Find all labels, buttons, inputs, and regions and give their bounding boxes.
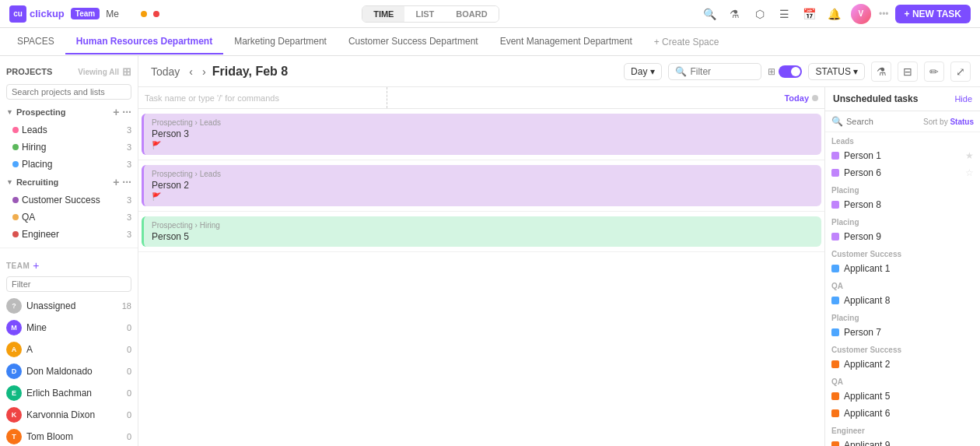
member-don-name: Don Maldonado <box>26 366 122 377</box>
task-block-person5[interactable]: Prospecting › Hiring Person 5 <box>142 216 821 247</box>
more-dots[interactable]: ••• <box>879 9 889 19</box>
u-dot-person9 <box>831 233 839 241</box>
unscheduled-hide-button[interactable]: Hide <box>954 94 972 104</box>
task-placeholder[interactable]: Task name or type '/' for commands <box>145 93 387 103</box>
main-layout: PROJECTS Viewing All ⊞ ▼ Prospecting + ·… <box>0 56 980 446</box>
projects-header[interactable]: PROJECTS Viewing All ⊞ <box>0 62 138 81</box>
search-icon[interactable]: 🔍 <box>702 5 719 23</box>
toggle-switch[interactable] <box>779 65 802 78</box>
today-nav-label[interactable]: Today <box>148 64 183 79</box>
list-icon[interactable]: ☰ <box>776 5 793 23</box>
prospecting-group[interactable]: ▼ Prospecting + ··· <box>0 103 138 121</box>
member-tom[interactable]: T Tom Bloom 0 <box>0 426 138 446</box>
u-star-person6[interactable]: ☆ <box>965 167 974 178</box>
toolbar-edit-icon[interactable]: ✏ <box>924 61 944 82</box>
sidebar-item-placing[interactable]: Placing 3 <box>0 156 138 173</box>
cs-label: Customer Success <box>22 195 124 205</box>
u-item-person6[interactable]: Person 6 ☆ <box>825 164 980 181</box>
team-add-icon[interactable]: + <box>33 259 40 272</box>
logo[interactable]: cu clickup <box>9 5 65 23</box>
sidebar-item-qa[interactable]: QA 3 <box>0 209 138 226</box>
sidebar-item-leads[interactable]: Leads 3 <box>0 121 138 139</box>
u-dot-person8 <box>831 201 839 209</box>
unscheduled-search-input[interactable] <box>846 117 923 126</box>
toolbar-filter-icon[interactable]: ⚗ <box>871 61 891 82</box>
spaces-label[interactable]: SPACES <box>6 30 65 54</box>
tab-board[interactable]: BOARD <box>445 6 498 22</box>
create-space[interactable]: + Create Space <box>643 30 730 54</box>
team-badge[interactable]: Team <box>71 8 100 19</box>
tab-events[interactable]: Event Management Department <box>489 30 643 54</box>
qa-count: 3 <box>127 212 131 222</box>
next-arrow[interactable]: › <box>199 64 209 79</box>
tab-hr-department[interactable]: Human Resources Department <box>65 30 223 54</box>
u-item-person7[interactable]: Person 7 <box>825 324 980 341</box>
member-unassigned[interactable]: ? Unassigned 18 <box>0 295 138 317</box>
day-select[interactable]: Day ▾ <box>624 63 662 80</box>
recruiting-more-icon[interactable]: ··· <box>122 176 131 188</box>
calendar-icon[interactable]: 📅 <box>801 5 818 23</box>
filter-input[interactable] <box>690 66 752 77</box>
prospecting-more-icon[interactable]: ··· <box>122 106 131 118</box>
avatar-mine: M <box>6 320 22 335</box>
member-mine[interactable]: M Mine 0 <box>0 317 138 339</box>
tab-time[interactable]: TIME <box>362 6 404 22</box>
timeline-area: Task name or type '/' for commands Today… <box>138 87 980 446</box>
hiring-label: Hiring <box>22 142 124 153</box>
member-erlich[interactable]: E Erlich Bachman 0 <box>0 382 138 404</box>
me-label[interactable]: Me <box>106 9 119 19</box>
u-item-applicant1[interactable]: Applicant 1 <box>825 260 980 277</box>
sidebar-item-customer-success[interactable]: Customer Success 3 <box>0 191 138 209</box>
u-item-applicant2[interactable]: Applicant 2 <box>825 356 980 373</box>
u-item-applicant5[interactable]: Applicant 5 <box>825 388 980 405</box>
task-breadcrumb-person3: Prospecting › Leads <box>152 118 814 127</box>
team-filter-input[interactable] <box>6 276 131 292</box>
tab-customer-success[interactable]: Customer Success Department <box>338 30 489 54</box>
sidebar-search <box>0 81 138 103</box>
member-karvonnia[interactable]: K Karvonnia Dixon 0 <box>0 404 138 426</box>
task-block-person2[interactable]: Prospecting › Leads Person 2 🚩 <box>142 165 821 206</box>
prev-arrow[interactable]: ‹ <box>186 64 196 79</box>
recruiting-add-icon[interactable]: + <box>113 176 119 188</box>
recruiting-group[interactable]: ▼ Recruiting + ··· <box>0 173 138 191</box>
u-group-qa-1: QA <box>825 277 980 292</box>
u-item-applicant6[interactable]: Applicant 6 <box>825 405 980 422</box>
u-item-person1[interactable]: Person 1 ★ <box>825 147 980 164</box>
task-block-person3[interactable]: Prospecting › Leads Person 3 🚩 <box>142 114 821 155</box>
member-a[interactable]: A A 0 <box>0 339 138 360</box>
timeline-header: Task name or type '/' for commands Today <box>138 87 824 109</box>
member-a-name: A <box>26 344 122 355</box>
prospecting-chevron: ▼ <box>6 108 13 116</box>
task-title-person5: Person 5 <box>152 231 814 242</box>
avatar-unassigned: ? <box>6 298 22 314</box>
status-button[interactable]: STATUS ▾ <box>808 63 865 80</box>
tab-marketing[interactable]: Marketing Department <box>223 30 338 54</box>
bell-icon[interactable]: 🔔 <box>826 5 843 23</box>
toolbar-save-icon[interactable]: ⊟ <box>898 61 918 82</box>
u-label-applicant2: Applicant 2 <box>844 359 974 370</box>
task-row-person5: Prospecting › Hiring Person 5 <box>138 212 824 252</box>
sidebar-item-hiring[interactable]: Hiring 3 <box>0 139 138 156</box>
projects-search-input[interactable] <box>6 84 131 100</box>
member-don[interactable]: D Don Maldonado 0 <box>0 360 138 382</box>
u-item-applicant8[interactable]: Applicant 8 <box>825 292 980 309</box>
filter-icon[interactable]: ⚗ <box>726 5 744 23</box>
toolbar-fullscreen-icon[interactable]: ⤢ <box>950 61 971 82</box>
tab-list[interactable]: LIST <box>404 6 445 22</box>
sidebar-settings-icon[interactable]: ⊞ <box>122 65 131 78</box>
user-avatar[interactable]: V <box>851 4 871 24</box>
u-star-person1[interactable]: ★ <box>965 150 974 161</box>
u-dot-person1 <box>831 152 839 160</box>
sidebar-item-engineer[interactable]: Engineer 3 <box>0 226 138 243</box>
u-item-applicant9[interactable]: Applicant 9 <box>825 437 980 446</box>
u-item-person9[interactable]: Person 9 <box>825 228 980 245</box>
prospecting-add-icon[interactable]: + <box>113 106 119 118</box>
new-task-button[interactable]: + NEW TASK <box>895 5 971 23</box>
sort-status-value[interactable]: Status <box>950 118 974 126</box>
u-item-person8[interactable]: Person 8 <box>825 196 980 213</box>
u-label-person9: Person 9 <box>844 231 974 242</box>
sort-by-label: Sort by Status <box>923 118 974 126</box>
u-label-applicant6: Applicant 6 <box>844 408 974 419</box>
cs-dot <box>12 197 19 203</box>
box-icon[interactable]: ⬡ <box>751 5 768 23</box>
